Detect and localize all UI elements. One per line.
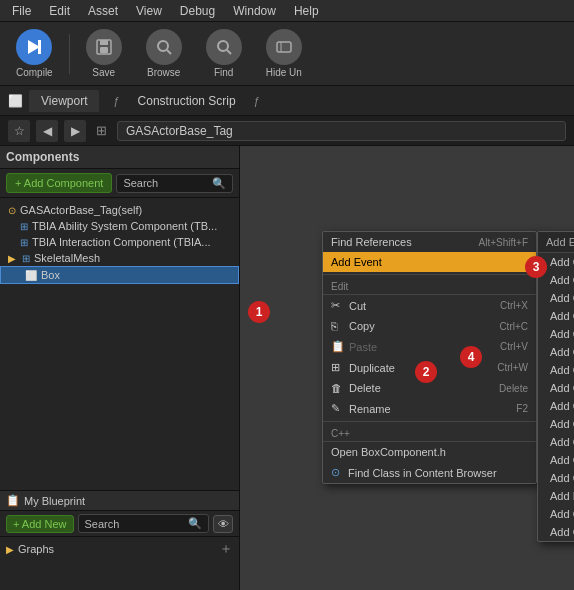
viewport-icon: ⬜: [8, 94, 23, 108]
sub-item-13[interactable]: Add PhysicsVolumeChangedDelegate: [538, 487, 574, 505]
cut-label: Cut: [349, 300, 496, 312]
search-text: Search: [123, 177, 158, 189]
menu-debug[interactable]: Debug: [172, 2, 223, 20]
ctx-duplicate[interactable]: ⊞ Duplicate Ctrl+W: [323, 357, 536, 378]
menu-view[interactable]: View: [128, 2, 170, 20]
hideun-button[interactable]: Hide Un: [258, 25, 310, 82]
tree-skeletal-mesh[interactable]: ▶ ⊞ SkeletalMesh: [0, 250, 239, 266]
save-button[interactable]: Save: [78, 25, 130, 82]
sub-item-6[interactable]: Add OnEndCursorOver: [538, 361, 574, 379]
ctx-cpp-section: C++: [323, 424, 536, 442]
hideun-label: Hide Un: [266, 67, 302, 78]
submenu-header: Add Event: [538, 232, 574, 253]
ctx-find-class[interactable]: ⊙ Find Class in Content Browser: [323, 462, 536, 483]
sub-item-15[interactable]: Add OnComponentDeactivated: [538, 523, 574, 541]
svg-rect-3: [100, 40, 108, 45]
sub-item-14[interactable]: Add OnComponentActivated: [538, 505, 574, 523]
script-icon: ƒ: [113, 95, 119, 107]
menu-asset[interactable]: Asset: [80, 2, 126, 20]
sub-item-2[interactable]: Add OnComponentEndOverlap: [538, 289, 574, 307]
back-button[interactable]: ◀: [36, 120, 58, 142]
copy-label: Copy: [349, 320, 495, 332]
ctx-copy[interactable]: ⎘ Copy Ctrl+C: [323, 316, 536, 336]
interaction-label: TBIA Interaction Component (TBIA...: [32, 236, 211, 248]
find-icon: [206, 29, 242, 65]
svg-line-6: [167, 50, 171, 54]
sub-item-11[interactable]: Add OnInputTouchEnter: [538, 451, 574, 469]
sub-item-4[interactable]: Add OnComponentSleep: [538, 325, 574, 343]
graphs-add-button[interactable]: ＋: [219, 540, 233, 558]
compile-button[interactable]: Compile: [8, 25, 61, 82]
sub-item-10[interactable]: Add OnInputTouchEnd: [538, 433, 574, 451]
bp-search-text: Search: [85, 518, 120, 530]
tree-tbia-ability[interactable]: ⊞ TBIA Ability System Component (TB...: [0, 218, 239, 234]
search-icon: 🔍: [212, 177, 226, 190]
tab-construction[interactable]: Construction Scrip: [126, 90, 248, 112]
add-component-button[interactable]: + Add Component: [6, 173, 112, 193]
interaction-icon: ⊞: [20, 237, 28, 248]
forward-button[interactable]: ▶: [64, 120, 86, 142]
ctx-add-event[interactable]: Add Event: [323, 252, 536, 272]
ctx-find-refs[interactable]: Find References Alt+Shift+F: [323, 232, 536, 252]
browse-label: Browse: [147, 67, 180, 78]
ctx-open-box[interactable]: Open BoxComponent.h: [323, 442, 536, 462]
sub-item-7[interactable]: Add OnClicked: [538, 379, 574, 397]
svg-point-7: [218, 41, 228, 51]
self-label: GASActorBase_Tag(self): [20, 204, 142, 216]
ctx-paste[interactable]: 📋 Paste Ctrl+V: [323, 336, 536, 357]
bp-toolbar: + Add New Search 🔍 👁: [0, 511, 239, 537]
bookmark-button[interactable]: ☆: [8, 120, 30, 142]
sub-item-8[interactable]: Add OnReleased: [538, 397, 574, 415]
component-tree: ⊙ GASActorBase_Tag(self) ⊞ TBIA Ability …: [0, 198, 239, 490]
ctx-edit-section: Edit: [323, 277, 536, 295]
ctx-rename[interactable]: ✎ Rename F2: [323, 398, 536, 419]
context-menu-main[interactable]: Find References Alt+Shift+F Add Event Ed…: [322, 231, 537, 484]
component-search-box[interactable]: Search 🔍: [116, 174, 233, 193]
sub-item-3[interactable]: Add OnComponentWake: [538, 307, 574, 325]
mesh-icon: ⊞: [22, 253, 30, 264]
menu-help[interactable]: Help: [286, 2, 327, 20]
find-button[interactable]: Find: [198, 25, 250, 82]
copy-shortcut: Ctrl+C: [499, 321, 528, 332]
duplicate-shortcut: Ctrl+W: [497, 362, 528, 373]
context-menu-layer: Find References Alt+Shift+F Add Event Ed…: [240, 146, 574, 590]
sub-item-0[interactable]: Add OnComponentHit: [538, 253, 574, 271]
left-panel: Components + Add Component Search 🔍 ⊙ GA…: [0, 146, 240, 590]
ctx-sep1: [323, 274, 536, 275]
browse-button[interactable]: Browse: [138, 25, 190, 82]
sub-item-1[interactable]: Add OnComponentBeginOverlap: [538, 271, 574, 289]
bottom-panel: 📋 My Blueprint + Add New Search 🔍 👁 ▶ Gr…: [0, 490, 239, 590]
find-refs-label: Find References: [331, 236, 475, 248]
sub-item-9[interactable]: Add OnInputTouchBegin: [538, 415, 574, 433]
add-component-row: + Add Component Search 🔍: [0, 169, 239, 198]
delete-label: Delete: [349, 382, 495, 394]
ability-icon: ⊞: [20, 221, 28, 232]
menu-window[interactable]: Window: [225, 2, 284, 20]
bp-search-box[interactable]: Search 🔍: [78, 514, 209, 533]
right-area: Find References Alt+Shift+F Add Event Ed…: [240, 146, 574, 590]
add-new-button[interactable]: + Add New: [6, 515, 74, 533]
eye-button[interactable]: 👁: [213, 515, 233, 533]
menu-edit[interactable]: Edit: [41, 2, 78, 20]
menu-file[interactable]: File: [4, 2, 39, 20]
tree-box[interactable]: ⬜ Box: [0, 266, 239, 284]
sub-item-12[interactable]: Add OnInputTouchLeave: [538, 469, 574, 487]
paste-label: Paste: [349, 341, 496, 353]
graphs-label: Graphs: [18, 543, 54, 555]
ctx-cut[interactable]: ✂ Cut Ctrl+X: [323, 295, 536, 316]
tree-tbia-interaction[interactable]: ⊞ TBIA Interaction Component (TBIA...: [0, 234, 239, 250]
context-submenu[interactable]: Add Event Add OnComponentHit Add OnCompo…: [537, 231, 574, 542]
ctx-delete[interactable]: 🗑 Delete Delete: [323, 378, 536, 398]
address-path[interactable]: GASActorBase_Tag: [117, 121, 566, 141]
tree-self[interactable]: ⊙ GASActorBase_Tag(self): [0, 202, 239, 218]
delete-icon: 🗑: [331, 382, 345, 394]
save-icon: [86, 29, 122, 65]
paste-shortcut: Ctrl+V: [500, 341, 528, 352]
find-refs-shortcut: Alt+Shift+F: [479, 237, 528, 248]
sub-item-5[interactable]: Add OnBeginCursorOver: [538, 343, 574, 361]
svg-point-5: [158, 41, 168, 51]
compile-icon: [16, 29, 52, 65]
rename-label: Rename: [349, 403, 512, 415]
tab-viewport[interactable]: Viewport: [29, 90, 99, 112]
svg-rect-1: [38, 40, 41, 54]
